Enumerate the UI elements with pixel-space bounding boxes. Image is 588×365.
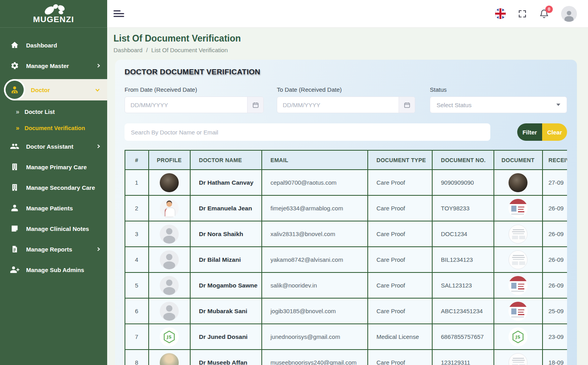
sidebar-item-label: Manage Patients	[26, 205, 73, 212]
document-thumbnail[interactable]: JS	[509, 327, 527, 346]
profile-photo	[160, 353, 179, 365]
hamburger-menu-icon[interactable]	[113, 7, 125, 20]
chevron-right-icon	[96, 247, 101, 252]
users-icon	[9, 142, 20, 151]
status-select[interactable]: Select Status	[430, 96, 567, 113]
document-no: 123129311	[432, 350, 494, 365]
received-date: 26-09	[543, 247, 567, 272]
document-thumbnail[interactable]	[509, 250, 527, 269]
col-header-received-date: RECEIVED DATE	[543, 150, 567, 170]
sidebar-item-label: Manage Sub Admins	[26, 267, 84, 273]
doctor-icon	[4, 79, 25, 100]
document-no: 9090909090	[432, 170, 494, 195]
doctor-email: yakamo8742@alvisani.com	[262, 247, 368, 272]
doctor-name: Dr Mogambo Sawne	[190, 272, 262, 298]
sidebar-item-manage-patients[interactable]: Manage Patients	[0, 198, 107, 218]
received-date: 26-09	[543, 221, 567, 247]
table-header-row: # PROFILE DOCTOR NAME EMAIL DOCUMENT TYP…	[125, 150, 567, 170]
from-date-input[interactable]	[125, 97, 247, 113]
gear-icon	[9, 61, 20, 70]
fullscreen-icon[interactable]	[518, 9, 527, 19]
search-input[interactable]	[125, 123, 490, 141]
verification-table: # PROFILE DOCTOR NAME EMAIL DOCUMENT TYP…	[125, 150, 567, 365]
document-thumbnail[interactable]	[509, 302, 527, 321]
filter-button[interactable]: Filter	[517, 123, 542, 141]
user-avatar[interactable]	[561, 6, 577, 22]
document-thumbnail[interactable]	[509, 225, 527, 244]
sidebar-item-doctor[interactable]: Doctor	[4, 79, 107, 100]
document-type: Care Proof	[368, 221, 432, 247]
profile-photo	[160, 302, 179, 321]
document-no: SAL123123	[432, 272, 494, 298]
sidebar-item-doctor-list[interactable]: » Doctor List	[0, 104, 107, 120]
status-label: Status	[430, 86, 567, 93]
doctor-name: Dr Emanuela Jean	[190, 195, 262, 221]
document-no: TOY98233	[432, 195, 494, 221]
sidebar-item-manage-primary-care[interactable]: Manage Primary Care	[0, 157, 107, 177]
table-row: 7 JS Dr Juned Dosani junednoorisys@gmail…	[125, 324, 567, 350]
breadcrumb-separator: /	[146, 47, 147, 53]
sidebar-item-manage-clinical-notes[interactable]: Manage Clinical Notes	[0, 218, 107, 239]
sidebar-item-manage-sub-admins[interactable]: Manage Sub Admins	[0, 259, 107, 280]
topbar: 0	[107, 0, 588, 28]
chevron-right-icon	[96, 144, 101, 149]
doctor-email: jogib30185@bnovel.com	[262, 298, 368, 324]
breadcrumb: Dashboard / List Of Document Verificatio…	[113, 47, 577, 53]
col-header-doctor-name: DOCTOR NAME	[190, 150, 262, 170]
sidebar-item-document-verification[interactable]: » Document Verification	[0, 120, 107, 136]
breadcrumb-dashboard[interactable]: Dashboard	[113, 47, 142, 53]
received-date: 25-09	[543, 298, 567, 324]
notification-badge: 0	[545, 6, 553, 13]
to-date-input[interactable]	[277, 97, 399, 113]
calendar-icon[interactable]	[399, 97, 415, 113]
svg-text:JS: JS	[515, 335, 520, 340]
breadcrumb-current: List Of Document Verification	[151, 47, 228, 53]
notifications-bell-icon[interactable]: 0	[539, 9, 549, 19]
svg-text:JS: JS	[166, 335, 172, 340]
home-icon	[9, 40, 20, 50]
sidebar-item-dashboard[interactable]: Dashboard	[0, 35, 107, 55]
chevron-right-icon	[96, 63, 101, 68]
pills-logo-icon	[41, 4, 66, 14]
search-row: Filter Clear	[125, 123, 567, 141]
brand-logo[interactable]: MUGENZI	[0, 0, 107, 28]
document-thumbnail[interactable]	[509, 173, 527, 192]
row-num: 2	[125, 195, 149, 221]
sidebar-item-manage-master[interactable]: Manage Master	[0, 55, 107, 76]
document-thumbnail[interactable]	[509, 353, 527, 365]
row-num: 6	[125, 298, 149, 324]
document-no: BIL1234123	[432, 247, 494, 272]
document-thumbnail[interactable]	[509, 199, 527, 218]
language-uk-flag-icon[interactable]	[495, 8, 506, 19]
profile-photo	[160, 173, 179, 192]
calendar-icon[interactable]	[247, 97, 263, 113]
profile-photo: JS	[160, 327, 179, 346]
row-num: 1	[125, 170, 149, 195]
table-row: 8 Dr Museeb Affan museebnoorisys240@gmai…	[125, 350, 567, 365]
row-num: 7	[125, 324, 149, 350]
app-root: MUGENZI Dashboard Manage Master	[0, 0, 588, 365]
sidebar-item-doctor-assistant[interactable]: Doctor Assistant	[0, 136, 107, 157]
main-area: 0 List Of Document Verification Dashboar…	[107, 0, 588, 365]
doctor-name: Dr Mubarak Sani	[190, 298, 262, 324]
col-header-profile: PROFILE	[149, 150, 190, 170]
filter-row: From Date (Received Date) To Date (Recei…	[125, 86, 567, 113]
sidebar-item-label: Doctor List	[25, 109, 55, 115]
row-num: 8	[125, 350, 149, 365]
clear-button[interactable]: Clear	[542, 123, 567, 141]
person-plus-icon	[9, 265, 20, 274]
from-date-label: From Date (Received Date)	[125, 86, 264, 93]
col-header-document: DOCUMENT	[494, 150, 543, 170]
doctor-name: Dr Nora Shaikh	[190, 221, 262, 247]
sidebar-item-manage-secondary-care[interactable]: Manage Secondary Care	[0, 177, 107, 198]
row-num: 4	[125, 247, 149, 272]
table-row: 1 Dr Hatham Canvay cepal90700@raotus.com…	[125, 170, 567, 195]
from-date-field	[125, 96, 264, 113]
document-type: Care Proof	[368, 350, 432, 365]
sidebar-item-manage-reports[interactable]: Manage Reports	[0, 239, 107, 259]
document-thumbnail[interactable]	[509, 276, 527, 295]
doctor-email: xaliv28313@bnovel.com	[262, 221, 368, 247]
sidebar-item-label: Manage Clinical Notes	[26, 225, 89, 232]
doctor-email: junednoorisys@gmail.com	[262, 324, 368, 350]
table-row: 6 Dr Mubarak Sani jogib30185@bnovel.com …	[125, 298, 567, 324]
